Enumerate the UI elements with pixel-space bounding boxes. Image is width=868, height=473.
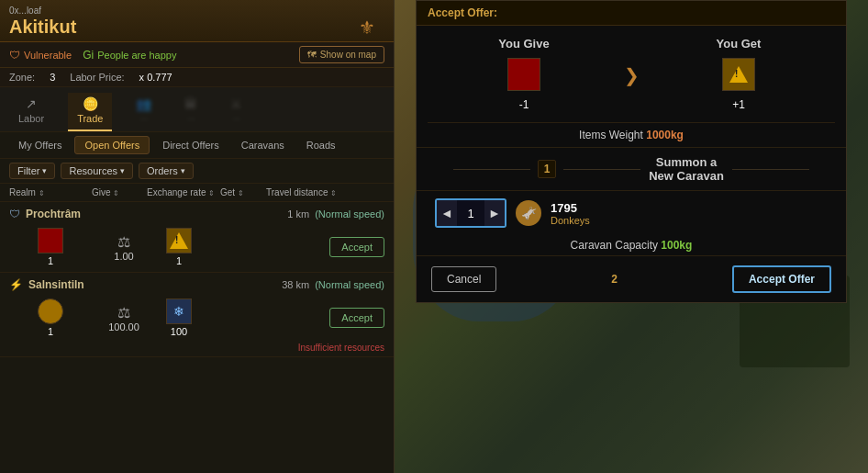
location-sublabel: 0x...loaf	[9, 6, 384, 16]
labor-price-label: Labor Price:	[70, 72, 124, 83]
offer-get-item-1: ❄ 100	[156, 298, 202, 337]
building-label: ···	[187, 113, 195, 124]
offer-group-salnsintiln: ⚡ Salnsintiln 38 km (Normal speed) 1 ⚖ 1…	[0, 273, 394, 357]
military-icon: ⚔	[230, 96, 242, 111]
status-row: 🛡 Vulnerable Gi People are happy 🗺 Show …	[0, 42, 394, 68]
realm-name-prochtrâm: Prochtrâm	[26, 208, 81, 220]
tab-roads[interactable]: Roads	[297, 137, 345, 153]
step2-label: 2	[611, 273, 618, 286]
happy-label: People are happy	[97, 50, 176, 61]
th-travel-distance[interactable]: Travel distance ⇕	[266, 187, 384, 197]
filter-button[interactable]: Filter	[9, 163, 55, 179]
modal-title-bar: Accept Offer:	[417, 1, 846, 26]
tab-caravans[interactable]: Caravans	[232, 137, 294, 153]
offer-distance-1: 38 km	[282, 279, 309, 290]
you-get-label: You Get	[717, 37, 762, 51]
quantity-input[interactable]	[457, 200, 484, 226]
offer-distance-0: 1 km	[287, 208, 309, 220]
h-line-mid	[563, 169, 640, 170]
accept-button-1[interactable]: Accept	[329, 308, 384, 328]
zone-row: Zone: 3 Labor Price: x 0.777	[0, 68, 394, 87]
get-item-box-0	[166, 228, 192, 253]
modal-caravan-input-row: ◄ ► 🫏 1795 Donkeys	[417, 191, 846, 235]
exchange-rate-0: 1.00	[114, 251, 133, 262]
you-give-label: You Give	[498, 37, 549, 51]
labor-price-value: x 0.777	[139, 72, 172, 83]
accept-button-0[interactable]: Accept	[329, 237, 384, 257]
table-header: Realm ⇕ Give ⇕ Exchange rate ⇕ Get ⇕ Tra…	[0, 184, 394, 202]
modal-you-give: You Give -1	[435, 37, 613, 111]
tab-building[interactable]: 🏛 ···	[175, 93, 206, 131]
left-panel: 0x...loaf Akitikut ⚜ 🛡 Vulnerable Gi Peo…	[0, 0, 395, 473]
realm-shield-icon: 🛡	[9, 208, 20, 220]
th-get[interactable]: Get ⇕	[220, 187, 266, 197]
quantity-decrease-button[interactable]: ◄	[437, 200, 457, 226]
donkey-label: Donkeys	[551, 215, 590, 226]
tab-direct-offers[interactable]: Direct Offers	[153, 137, 228, 153]
tab-military[interactable]: ⚔ ···	[221, 93, 251, 131]
offer-speed-0: (Normal speed)	[315, 208, 384, 220]
happy-icon: Gi	[83, 49, 94, 62]
vulnerable-status: 🛡 Vulnerable	[9, 49, 72, 62]
give-item-box-1	[38, 298, 63, 324]
tab-open-offers[interactable]: Open Offers	[74, 136, 150, 154]
snowflake-icon: ❄	[173, 304, 184, 319]
right-panel: Accept Offer: You Give -1 ❯ You Get +1	[395, 0, 868, 473]
tab-trade[interactable]: 🪙 Trade	[68, 93, 112, 131]
weight-label: Items Weight	[579, 129, 643, 141]
offer-row-0: 1 ⚖ 1.00 1 Accept	[0, 224, 394, 272]
location-name: Akitikut	[9, 16, 384, 38]
realm-lightning-icon: ⚡	[9, 278, 23, 291]
map-icon: 🗺	[307, 50, 317, 60]
modal-box: Accept Offer: You Give -1 ❯ You Get +1	[416, 0, 847, 303]
give-count-0: 1	[48, 255, 53, 266]
orders-filter-button[interactable]: Orders	[139, 163, 194, 179]
offer-group-prochtrâm: 🛡 Prochtrâm 1 km (Normal speed) 1 ⚖ 1.00	[0, 202, 394, 273]
modal-you-get: You Get +1	[650, 37, 828, 111]
offer-exchange-0: ⚖ 1.00	[92, 233, 156, 262]
modal-give-get-section: You Give -1 ❯ You Get +1	[417, 26, 846, 122]
exchange-rate-1: 100.00	[108, 321, 139, 332]
h-line-right	[732, 169, 809, 170]
tab-people[interactable]: 👥 ···	[127, 93, 161, 131]
show-on-map-button[interactable]: 🗺 Show on map	[299, 46, 384, 63]
labor-icon: ↗	[26, 96, 37, 111]
triangle-icon-0	[170, 232, 188, 249]
vulnerable-label: Vulnerable	[24, 50, 72, 61]
offer-exchange-1: ⚖ 100.00	[92, 304, 156, 332]
capacity-value: 100kg	[661, 239, 692, 252]
shield-icon: 🛡	[9, 49, 20, 62]
filter-row: Filter Resources Orders	[0, 159, 394, 184]
nav-tabs: ↗ Labor 🪙 Trade 👥 ··· 🏛 ··· ⚔ ···	[0, 87, 394, 132]
cancel-button[interactable]: Cancel	[431, 266, 496, 292]
show-map-label: Show on map	[320, 50, 376, 60]
modal-direction-arrow: ❯	[613, 37, 650, 86]
th-give[interactable]: Give ⇕	[92, 187, 147, 197]
scale-icon-1: ⚖	[117, 304, 130, 321]
trade-label: Trade	[77, 113, 103, 124]
modal-weight-row: Items Weight 1000kg	[417, 123, 846, 147]
labor-label: Labor	[18, 113, 44, 124]
military-label: ···	[232, 113, 240, 124]
th-realm[interactable]: Realm ⇕	[9, 187, 92, 197]
modal-triangle-icon	[729, 66, 748, 83]
weight-value: 1000kg	[646, 129, 684, 141]
realm-name-salnsintiln: Salnsintiln	[28, 278, 84, 291]
happy-status: Gi People are happy	[83, 49, 176, 62]
tab-labor[interactable]: ↗ Labor	[9, 93, 53, 131]
quantity-increase-button[interactable]: ►	[484, 200, 505, 226]
get-item-box-1: ❄	[166, 298, 192, 324]
modal-footer: Cancel 2 Accept Offer	[417, 256, 846, 302]
give-count-1: 1	[48, 326, 53, 337]
resources-filter-button[interactable]: Resources	[61, 163, 133, 179]
donkey-info: 1795 Donkeys	[551, 201, 590, 226]
offer-give-item-0: 1	[9, 228, 92, 266]
modal-caravan-row: 1 Summon a New Caravan	[417, 147, 846, 191]
people-icon: 👥	[136, 96, 151, 111]
get-count-0: 1	[176, 255, 182, 266]
donkey-icon: 🫏	[516, 200, 541, 226]
th-exchange-rate[interactable]: Exchange rate ⇕	[147, 187, 220, 197]
offers-list: 🛡 Prochtrâm 1 km (Normal speed) 1 ⚖ 1.00	[0, 202, 394, 473]
tab-my-offers[interactable]: My Offers	[9, 137, 71, 153]
accept-offer-button[interactable]: Accept Offer	[732, 265, 831, 293]
